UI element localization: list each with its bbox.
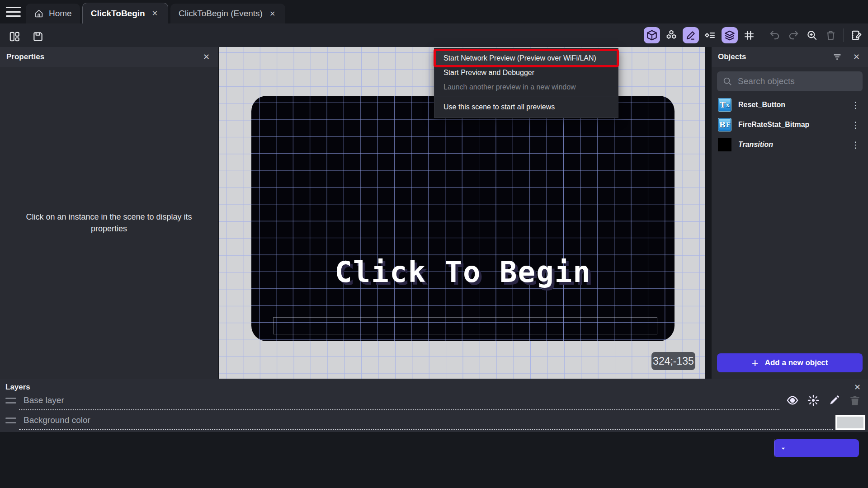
menu-item-start-network-preview[interactable]: Start Network Preview (Preview over WiFi…: [434, 51, 618, 66]
properties-panel: Properties ✕ Click on an instance in the…: [0, 47, 218, 379]
delete-layer-trash-icon[interactable]: [848, 394, 862, 407]
toolbar-right-icons: [644, 27, 863, 43]
background-color-swatch[interactable]: [835, 415, 865, 430]
object-groups-cubes-icon[interactable]: [664, 28, 679, 42]
object-list-item[interactable]: Tx Reset_Button ⋮: [712, 95, 868, 115]
object-list-item[interactable]: Transition ⋮: [712, 135, 868, 155]
layer-name[interactable]: Background color: [24, 415, 90, 425]
layer-effects-icon[interactable]: [807, 394, 820, 407]
layer-name[interactable]: Base layer: [24, 395, 64, 405]
open-editors-icon[interactable]: [7, 29, 22, 44]
tab-label: ClickToBegin (Events): [179, 9, 263, 19]
objects-panel-title: Objects: [718, 52, 746, 61]
objects-cube-icon[interactable]: [644, 27, 660, 43]
properties-panel-body: Click on an instance in the scene to dis…: [0, 67, 218, 379]
grid-icon[interactable]: [742, 28, 756, 42]
edit-scene-properties-icon[interactable]: [849, 28, 863, 42]
menu-item-launch-another-preview: Launch another preview in a new window: [434, 80, 618, 94]
layer-row-background-color[interactable]: Background color: [0, 411, 868, 431]
scene-title-text-object[interactable]: Click To Begin: [251, 258, 675, 286]
properties-empty-message: Click on an instance in the scene to dis…: [19, 211, 199, 235]
instances-list-icon[interactable]: [703, 28, 717, 42]
bottom-bar: + Add a layer: [0, 432, 868, 488]
close-icon[interactable]: ✕: [268, 9, 277, 19]
object-menu-dots-icon[interactable]: ⋮: [849, 120, 862, 130]
tab-bar: Home ClickToBegin ✕ ClickToBegin (Events…: [0, 0, 868, 23]
scene-bar-outline[interactable]: [273, 317, 657, 334]
toolbar-separator: [762, 28, 762, 42]
toolbar-separator: [843, 28, 844, 42]
menu-item-start-preview-debugger[interactable]: Start Preview and Debugger: [434, 66, 618, 80]
add-layer-main[interactable]: + Add a layer: [774, 486, 868, 488]
close-icon[interactable]: ✕: [150, 8, 160, 19]
add-layer-dropdown-caret[interactable]: [774, 439, 792, 457]
objects-panel-header: Objects ✕: [712, 47, 868, 67]
menu-separator: [434, 97, 618, 97]
menu-item-use-scene-start-previews[interactable]: Use this scene to start all previews: [434, 99, 618, 115]
edit-layer-pencil-icon[interactable]: [827, 394, 841, 407]
layers-icon[interactable]: [722, 27, 738, 43]
preview-dropdown-menu: Start Network Preview (Preview over WiFi…: [434, 48, 618, 118]
search-input[interactable]: [738, 76, 857, 86]
text-object-icon: Tx: [718, 98, 731, 112]
bitmap-text-object-icon: BF: [718, 118, 731, 131]
undo-icon[interactable]: [768, 28, 782, 42]
rectangle-object-icon: [718, 138, 731, 151]
plus-icon: +: [752, 357, 759, 369]
layers-panel: Layers ✕ Base layer Background color: [0, 379, 868, 432]
edit-pencil-icon[interactable]: [683, 27, 699, 43]
main-menu-icon[interactable]: [6, 7, 21, 17]
layer-name-underline: [19, 429, 833, 430]
zoom-in-icon[interactable]: [805, 28, 819, 42]
tab-label: Home: [49, 9, 72, 19]
object-name: FireRateStat_Bitmap: [738, 121, 809, 129]
properties-panel-header: Properties ✕: [0, 47, 218, 67]
home-icon: [34, 9, 44, 19]
drag-handle-icon[interactable]: [5, 418, 16, 423]
close-icon[interactable]: ✕: [201, 51, 212, 63]
objects-search-box[interactable]: [717, 71, 863, 91]
objects-panel: Objects ✕ Tx Reset_Button ⋮ BF: [712, 47, 868, 379]
scene-toolbar: Preview Publish: [0, 23, 868, 47]
drag-handle-icon[interactable]: [5, 398, 16, 404]
object-menu-dots-icon[interactable]: ⋮: [849, 100, 862, 110]
trash-icon[interactable]: [823, 28, 838, 42]
close-icon[interactable]: ✕: [851, 51, 862, 63]
scene-black-background[interactable]: Click To Begin: [251, 96, 675, 341]
tab-clicktobegin-events[interactable]: ClickToBegin (Events) ✕: [170, 4, 285, 23]
object-menu-dots-icon[interactable]: ⋮: [849, 140, 862, 150]
object-name: Reset_Button: [738, 101, 785, 109]
tab-label: ClickToBegin: [91, 9, 145, 19]
add-new-object-button[interactable]: + Add a new object: [717, 353, 863, 372]
object-list-item[interactable]: BF FireRateStat_Bitmap ⋮: [712, 115, 868, 135]
add-layer-button[interactable]: + Add a layer: [774, 439, 859, 457]
cursor-coordinates-badge: 324;-135: [651, 352, 695, 370]
layer-name-underline: [19, 409, 779, 410]
redo-icon[interactable]: [786, 28, 801, 42]
properties-panel-title: Properties: [6, 52, 44, 61]
layer-row-base[interactable]: Base layer: [0, 391, 868, 411]
visibility-eye-icon[interactable]: [786, 394, 799, 407]
object-name: Transition: [738, 141, 773, 149]
filter-icon[interactable]: [832, 52, 842, 62]
search-icon: [722, 76, 732, 86]
save-icon[interactable]: [31, 29, 45, 44]
tab-home[interactable]: Home: [26, 4, 80, 23]
tab-clicktobegin[interactable]: ClickToBegin ✕: [82, 3, 168, 23]
layers-panel-title: Layers: [5, 383, 30, 392]
